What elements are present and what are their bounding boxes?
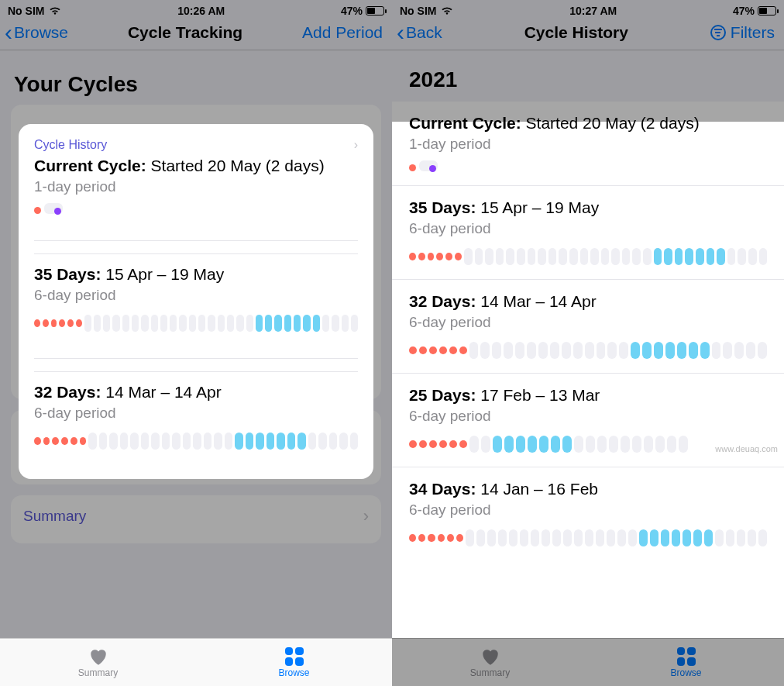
cycle-title: Current Cycle: Started 20 May (2 days) bbox=[34, 157, 358, 175]
battery-icon bbox=[366, 6, 384, 16]
cycle-row[interactable]: Current Cycle: Started 20 May (2 days)1-… bbox=[392, 102, 784, 186]
empty-dot bbox=[170, 315, 177, 332]
empty-dot bbox=[103, 315, 110, 332]
empty-dot bbox=[112, 315, 119, 332]
period-dot bbox=[409, 253, 416, 260]
empty-dot bbox=[723, 342, 732, 359]
cycle-row[interactable]: 35 Days: 15 Apr – 19 May6-day period bbox=[392, 186, 784, 280]
fertile-dot bbox=[265, 315, 272, 332]
cycle-history-popup: Cycle History › Current Cycle: Started 2… bbox=[19, 124, 373, 479]
period-dot bbox=[51, 319, 57, 327]
cycle-row[interactable]: 32 Days: 14 Mar – 14 Apr6-day period bbox=[34, 371, 358, 464]
empty-dot bbox=[506, 248, 514, 265]
fertile-dot bbox=[246, 433, 253, 450]
empty-dot bbox=[141, 433, 149, 450]
cycle-row[interactable]: 35 Days: 15 Apr – 19 May6-day period bbox=[34, 253, 358, 346]
empty-dot bbox=[758, 529, 767, 546]
period-dot bbox=[439, 440, 447, 448]
cycle-row[interactable]: Current Cycle: Started 20 May (2 days)1-… bbox=[34, 152, 358, 228]
cycle-row[interactable]: 34 Days: 14 Jan – 16 Feb6-day period bbox=[392, 467, 784, 560]
nav-back[interactable]: ‹ Browse bbox=[5, 23, 68, 42]
status-bar: No SIM 10:27 AM 47% bbox=[392, 0, 784, 20]
fertile-dot bbox=[297, 433, 305, 450]
filter-icon bbox=[710, 25, 726, 40]
cycle-title: 34 Days: 14 Jan – 16 Feb bbox=[409, 480, 767, 498]
summary-card[interactable]: Summary › bbox=[11, 495, 381, 543]
empty-dot bbox=[552, 529, 561, 546]
fertile-dot bbox=[287, 433, 295, 450]
empty-dot bbox=[607, 529, 615, 546]
phone-right: No SIM 10:27 AM 47% ‹ Back Cycle History… bbox=[392, 0, 784, 686]
empty-dot bbox=[621, 436, 630, 453]
grid-icon bbox=[285, 647, 304, 666]
period-dot bbox=[436, 253, 443, 260]
empty-dot bbox=[573, 342, 583, 359]
cycle-history-label: Cycle History bbox=[34, 138, 107, 152]
cycle-dots bbox=[34, 203, 358, 214]
empty-dot bbox=[308, 433, 316, 450]
cycle-dots bbox=[409, 529, 767, 546]
nav-filters-label: Filters bbox=[731, 23, 775, 42]
tab-summary[interactable]: Summary bbox=[392, 639, 588, 686]
empty-dot bbox=[172, 433, 180, 450]
period-dot bbox=[418, 534, 425, 542]
empty-dot bbox=[542, 529, 550, 546]
empty-dot bbox=[643, 248, 652, 265]
empty-dot bbox=[322, 315, 329, 332]
cycle-row[interactable]: 32 Days: 14 Mar – 14 Apr6-day period bbox=[392, 280, 784, 374]
battery-pct: 47% bbox=[733, 5, 755, 17]
empty-dot bbox=[628, 529, 637, 546]
fertile-dot bbox=[665, 342, 675, 359]
wifi-icon bbox=[49, 6, 61, 16]
empty-dot bbox=[527, 342, 536, 359]
fertile-dot bbox=[256, 433, 263, 450]
empty-dot bbox=[469, 436, 479, 453]
cycle-history-link[interactable]: Cycle History › bbox=[34, 138, 358, 152]
tab-browse[interactable]: Browse bbox=[196, 639, 392, 686]
heart-icon bbox=[88, 647, 108, 666]
tab-browse-label: Browse bbox=[670, 667, 701, 678]
empty-dot bbox=[737, 529, 745, 546]
empty-dot bbox=[88, 433, 96, 450]
empty-dot bbox=[179, 315, 186, 332]
empty-dot bbox=[726, 529, 734, 546]
empty-dot bbox=[746, 342, 755, 359]
empty-dot bbox=[332, 315, 339, 332]
fertile-dot bbox=[683, 529, 691, 546]
fertile-dot bbox=[693, 529, 702, 546]
nav-action[interactable]: Add Period bbox=[302, 23, 383, 42]
nav-back[interactable]: ‹ Back bbox=[397, 23, 442, 42]
period-dot bbox=[459, 346, 467, 354]
empty-dot bbox=[574, 436, 583, 453]
empty-dot bbox=[339, 433, 347, 450]
empty-dot bbox=[590, 248, 599, 265]
period-dot bbox=[409, 534, 416, 542]
empty-dot bbox=[318, 433, 326, 450]
empty-dot bbox=[236, 315, 243, 332]
empty-dot bbox=[183, 433, 191, 450]
fertile-dot bbox=[696, 248, 704, 265]
cycle-dots bbox=[409, 342, 767, 359]
empty-dot bbox=[225, 433, 232, 450]
wifi-icon bbox=[441, 6, 453, 16]
tab-bar: Summary Browse bbox=[392, 638, 784, 686]
period-dot bbox=[34, 319, 40, 327]
fertile-dot bbox=[235, 433, 242, 450]
empty-dot bbox=[632, 248, 641, 265]
empty-dot bbox=[151, 315, 158, 332]
period-dot bbox=[439, 346, 447, 354]
battery-fill bbox=[759, 8, 767, 14]
cycle-title: 32 Days: 14 Mar – 14 Apr bbox=[34, 383, 358, 402]
fertile-dot bbox=[539, 436, 548, 453]
summary-link-label: Summary bbox=[23, 508, 86, 525]
tab-summary[interactable]: Summary bbox=[0, 639, 196, 686]
tab-browse[interactable]: Browse bbox=[588, 639, 784, 686]
period-dot bbox=[438, 534, 445, 542]
empty-dot bbox=[712, 342, 721, 359]
empty-dot bbox=[609, 436, 618, 453]
nav-filters[interactable]: Filters bbox=[710, 23, 775, 42]
empty-dot bbox=[538, 248, 546, 265]
empty-dot bbox=[122, 315, 129, 332]
cycle-title: 35 Days: 15 Apr – 19 May bbox=[409, 198, 767, 217]
period-dot bbox=[34, 437, 41, 445]
